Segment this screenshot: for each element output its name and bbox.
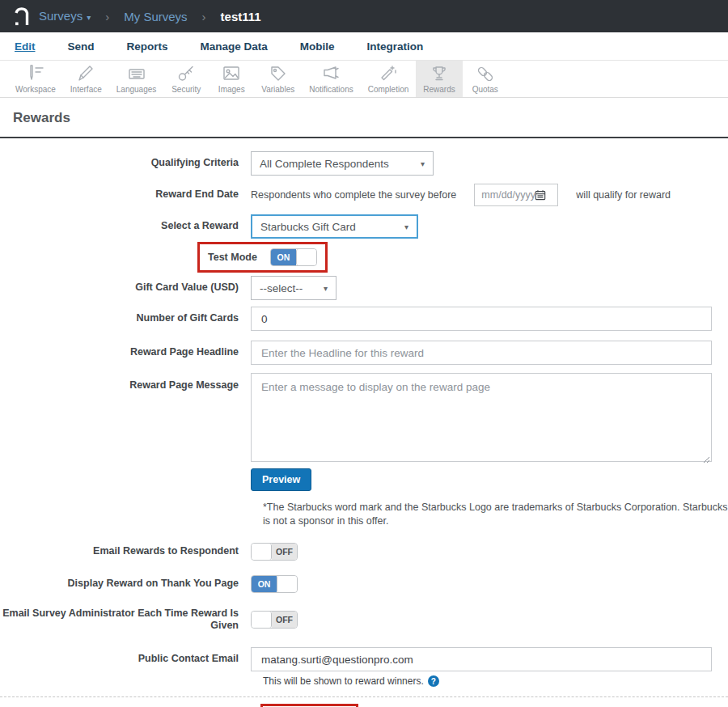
test-mode-annotation-box: Test Mode ON	[197, 242, 328, 273]
select-reward-value: Starbucks Gift Card	[260, 221, 356, 233]
toolbar-item-completion[interactable]: Completion	[361, 61, 417, 97]
toolbar-item-label: Interface	[70, 85, 102, 94]
calendar-icon[interactable]	[535, 189, 546, 201]
reward-end-date-row: Reward End Date Respondents who complete…	[0, 184, 728, 206]
toolbar-item-workspace[interactable]: Workspace	[8, 61, 63, 97]
email-admin-toggle[interactable]: OFF	[251, 611, 298, 629]
headline-input[interactable]	[251, 341, 712, 365]
preview-row: Preview	[0, 468, 728, 491]
select-reward-label: Select a Reward	[0, 220, 251, 233]
breadcrumb-my-surveys[interactable]: My Surveys	[124, 10, 187, 23]
toggle-knob	[252, 612, 272, 628]
gift-card-value-value: --select--	[260, 282, 303, 294]
qualifying-criteria-value: All Complete Respondents	[260, 158, 389, 170]
notifications-icon	[321, 64, 341, 83]
breadcrumb-surveys-label[interactable]: Surveys	[39, 9, 83, 23]
breadcrumb-survey-name: test111	[221, 10, 261, 23]
display-reward-label: Display Reward on Thank You Page	[0, 578, 251, 591]
images-icon	[222, 64, 241, 83]
page-title: Rewards	[13, 110, 715, 126]
gift-card-value-row: Gift Card Value (USD) --select-- ▾	[0, 276, 728, 300]
languages-icon	[127, 64, 146, 83]
test-mode-row: Test Mode ON	[0, 242, 728, 273]
select-reward-row: Select a Reward Starbucks Gift Card ▾	[0, 214, 728, 239]
toolbar-item-variables[interactable]: Variables	[254, 61, 302, 97]
toggle-state-label: OFF	[272, 544, 297, 560]
toggle-knob	[277, 576, 297, 592]
toggle-state-label: ON	[252, 576, 277, 592]
reward-end-date-field[interactable]	[474, 184, 558, 206]
tab-reports[interactable]: Reports	[127, 40, 168, 53]
gift-card-value-select[interactable]: --select-- ▾	[251, 276, 336, 300]
reward-end-date-input[interactable]	[481, 189, 535, 201]
starbucks-disclaimer: *The Starbucks word mark and the Starbuc…	[263, 501, 728, 528]
gift-card-value-label: Gift Card Value (USD)	[0, 282, 251, 294]
toolbar-item-label: Images	[218, 85, 245, 94]
breadcrumb-separator-icon: ›	[105, 10, 109, 23]
tab-integration[interactable]: Integration	[367, 40, 424, 53]
num-gift-cards-label: Number of Gift Cards	[0, 312, 251, 325]
headline-row: Reward Page Headline	[0, 341, 728, 365]
completion-icon	[379, 64, 398, 83]
footer-divider	[0, 696, 728, 697]
email-rewards-toggle[interactable]: OFF	[251, 543, 298, 561]
message-label: Reward Page Message	[0, 373, 251, 392]
public-email-label: Public Contact Email	[0, 653, 251, 666]
toggle-knob	[296, 249, 316, 265]
email-admin-label: Email Survey Administrator Each Time Rew…	[0, 608, 251, 633]
display-reward-row: Display Reward on Thank You Page ON	[0, 575, 728, 593]
questionpro-logo-icon[interactable]	[11, 6, 31, 27]
toolbar-item-rewards[interactable]: Rewards	[416, 61, 462, 97]
qualifying-criteria-label: Qualifying Criteria	[0, 157, 251, 170]
rewards-icon	[430, 64, 449, 83]
qualifying-criteria-select[interactable]: All Complete Respondents ▾	[251, 151, 434, 176]
help-icon[interactable]: ?	[428, 675, 439, 687]
rewards-form: Qualifying Criteria All Complete Respond…	[0, 138, 728, 707]
caret-down-icon: ▾	[404, 222, 408, 231]
toolbar-item-label: Variables	[261, 85, 294, 94]
interface-icon	[76, 64, 95, 83]
select-reward-select[interactable]: Starbucks Gift Card ▾	[251, 214, 418, 239]
toolbar-item-security[interactable]: Security	[163, 61, 209, 97]
quotas-icon	[476, 64, 495, 83]
toolbar-item-label: Rewards	[423, 85, 455, 94]
toolbar-item-notifications[interactable]: Notifications	[302, 61, 360, 97]
display-reward-toggle[interactable]: ON	[251, 575, 298, 593]
tab-manage-data[interactable]: Manage Data	[201, 40, 268, 53]
toolbar-item-label: Security	[171, 85, 201, 94]
tab-send[interactable]: Send	[68, 40, 95, 53]
breadcrumb-surveys[interactable]: Surveys▾	[39, 9, 91, 23]
message-textarea[interactable]	[251, 373, 712, 462]
settings-icon-toolbar: Workspace Interface Languages Security I…	[0, 61, 728, 98]
main-tab-bar: Edit Send Reports Manage Data Mobile Int…	[0, 32, 728, 61]
test-mode-toggle[interactable]: ON	[270, 248, 317, 266]
public-email-help: This will be shown to reward winners. ?	[263, 675, 728, 687]
qualifying-criteria-row: Qualifying Criteria All Complete Respond…	[0, 151, 728, 176]
reward-end-date-suffix: will qualify for reward	[576, 189, 671, 201]
message-row: Reward Page Message	[0, 373, 728, 462]
toolbar-item-label: Languages	[116, 85, 157, 94]
workspace-icon	[26, 64, 45, 83]
headline-label: Reward Page Headline	[0, 346, 251, 359]
num-gift-cards-row: Number of Gift Cards	[0, 307, 728, 331]
toolbar-item-languages[interactable]: Languages	[109, 61, 164, 97]
toolbar-item-images[interactable]: Images	[209, 61, 254, 97]
preview-button[interactable]: Preview	[251, 468, 311, 491]
toolbar-item-label: Quotas	[472, 85, 498, 94]
tab-edit[interactable]: Edit	[15, 40, 36, 53]
toolbar-item-label: Workspace	[15, 85, 56, 94]
toggle-state-label: ON	[271, 249, 296, 265]
public-email-row: Public Contact Email	[0, 647, 728, 671]
breadcrumb-separator-icon: ›	[202, 10, 206, 23]
num-gift-cards-input[interactable]	[251, 307, 712, 331]
toolbar-item-quotas[interactable]: Quotas	[463, 61, 508, 97]
save-annotation-box: Save Changes	[260, 704, 358, 707]
tab-mobile[interactable]: Mobile	[300, 40, 335, 53]
top-navigation-bar: Surveys▾ › My Surveys › test111	[0, 0, 728, 32]
toolbar-item-interface[interactable]: Interface	[63, 61, 109, 97]
public-email-input[interactable]	[251, 647, 712, 671]
email-admin-row: Email Survey Administrator Each Time Rew…	[0, 608, 728, 633]
save-row: Save Changes	[260, 704, 728, 707]
reward-end-date-label: Reward End Date	[0, 188, 251, 201]
email-rewards-label: Email Rewards to Respondent	[0, 545, 251, 558]
